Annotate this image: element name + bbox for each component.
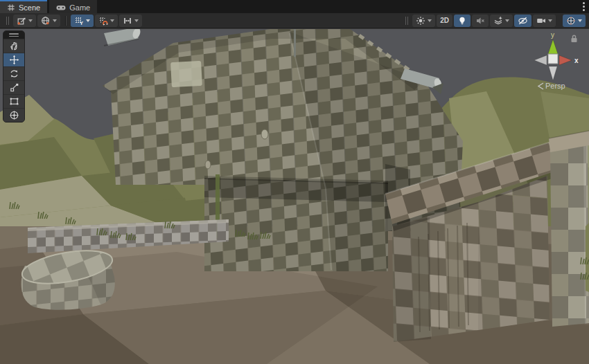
- wall-peg: [205, 161, 211, 169]
- scene-lighting-button[interactable]: [454, 15, 471, 27]
- transform-tool-button[interactable]: [3, 108, 24, 122]
- globe-icon: [41, 16, 51, 26]
- scene-viewport[interactable]: y x Persp: [0, 29, 589, 364]
- tool-handle-rotation-button[interactable]: [37, 15, 60, 27]
- lock-icon[interactable]: [570, 34, 579, 44]
- eye-slash-icon: [518, 16, 528, 26]
- toolbar-left-cluster: Y: [3, 15, 142, 27]
- grid-visibility-button[interactable]: Y: [71, 15, 94, 27]
- axis-y-label: y: [551, 31, 554, 39]
- projection-toggle[interactable]: Persp: [538, 82, 565, 90]
- tab-scene-label: Scene: [19, 3, 40, 12]
- mode-2d-label: 2D: [440, 17, 449, 24]
- axis-z-cone[interactable]: [534, 55, 547, 65]
- tab-game[interactable]: Game: [49, 0, 97, 13]
- transform-icon: [9, 110, 19, 120]
- roof-rod: [294, 29, 296, 57]
- effects-star-icon: [493, 16, 503, 26]
- scale-tool-button[interactable]: [3, 80, 24, 94]
- rect-tool-button[interactable]: [3, 94, 24, 108]
- dropdown-caret: [134, 19, 139, 22]
- wall-peg: [261, 129, 268, 139]
- dropdown-caret: [505, 19, 509, 22]
- view-tool-button[interactable]: [3, 39, 24, 53]
- projection-label: Persp: [545, 82, 565, 90]
- tab-game-label: Game: [69, 3, 90, 12]
- checkered-pillar[interactable]: [549, 131, 589, 327]
- toolbar-separator: [65, 16, 66, 26]
- lightbulb-icon: [457, 16, 467, 26]
- overlay-drag-handle[interactable]: [6, 17, 9, 25]
- dropdown-caret: [110, 19, 114, 22]
- rotate-tool-button[interactable]: [3, 66, 24, 80]
- tool-palette: [3, 30, 25, 122]
- scene-audio-button[interactable]: [472, 15, 489, 27]
- dropdown-caret: [578, 19, 582, 22]
- scene-render: [0, 29, 589, 364]
- gizmo-center-cube[interactable]: [548, 54, 558, 64]
- rotate-icon: [9, 69, 19, 79]
- sun-icon: [416, 16, 425, 26]
- dropdown-caret: [53, 19, 57, 22]
- dropdown-caret: [28, 19, 33, 22]
- grid-axis-y-icon: Y: [74, 16, 84, 26]
- tool-handle-position-button[interactable]: [13, 15, 36, 27]
- move-icon: [9, 55, 19, 65]
- axis-x-cone[interactable]: [559, 55, 572, 65]
- move-tool-button[interactable]: [3, 53, 24, 66]
- axis-x-label: x: [574, 57, 579, 64]
- scale-icon: [9, 82, 19, 93]
- dropdown-caret: [428, 19, 432, 22]
- axis-y-cone[interactable]: [548, 39, 558, 54]
- tab-scene[interactable]: Scene: [0, 0, 47, 13]
- gamepad-icon: [56, 3, 66, 12]
- snap-increment-button[interactable]: [119, 15, 142, 27]
- mode-2d-button[interactable]: 2D: [437, 15, 452, 27]
- draw-mode-button[interactable]: [412, 15, 435, 27]
- overlay-drag-handle[interactable]: [405, 17, 408, 25]
- scene-toolbar: Y: [0, 13, 589, 28]
- pale-wall-patch: [170, 61, 202, 87]
- camera-settings-button[interactable]: [533, 15, 556, 27]
- dropdown-caret: [86, 19, 90, 22]
- effects-button[interactable]: [490, 15, 513, 27]
- gizmos-toggle-button[interactable]: [563, 15, 586, 27]
- tab-bar: Scene Game: [0, 0, 589, 13]
- grid-snapping-button[interactable]: [95, 15, 118, 27]
- gizmo-sphere-icon: [566, 16, 576, 26]
- hand-icon: [9, 41, 19, 51]
- pivot-icon: [17, 16, 26, 26]
- axis-y-neg-cone[interactable]: [549, 66, 557, 80]
- palette-drag-handle[interactable]: [3, 31, 24, 39]
- snap-move-icon: [123, 16, 132, 26]
- dropdown-caret: [548, 19, 552, 22]
- rect-icon: [9, 96, 19, 107]
- speaker-muted-icon: [475, 16, 485, 26]
- camera-icon: [536, 16, 546, 26]
- toolbar-right-cluster: 2D: [403, 15, 586, 27]
- kebab-menu-icon[interactable]: [582, 2, 585, 11]
- grid-magnet-icon: [98, 16, 108, 26]
- grid-icon: [7, 3, 15, 12]
- svg-text:Y: Y: [80, 20, 83, 26]
- scene-visibility-button[interactable]: [514, 15, 531, 27]
